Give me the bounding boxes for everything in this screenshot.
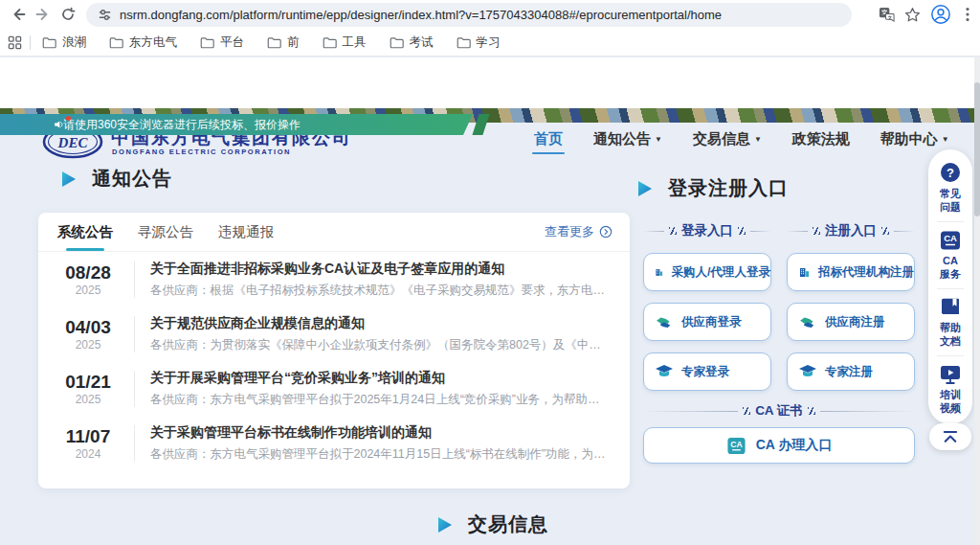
bookmark-folder-study[interactable]: 学习 — [457, 34, 501, 51]
address-bar[interactable]: nsrm.dongfang.com/platform/runtime/epp/d… — [86, 3, 852, 27]
nav-label: 交易信息 — [693, 130, 750, 148]
view-more-link[interactable]: 查看更多 — [545, 223, 612, 240]
row-divider — [134, 261, 135, 298]
active-nav-underline — [532, 152, 565, 154]
nav-item-trade-info[interactable]: 交易信息 ▼ — [693, 130, 762, 154]
supplier-login-button[interactable]: 供应商登录 — [643, 303, 771, 341]
bookmark-folder-platform[interactable]: 平台 — [200, 34, 244, 51]
announcement-row[interactable]: 11/07 2024 关于采购管理平台标书在线制作功能培训的通知 各供应商：东方… — [38, 416, 630, 470]
bookmark-folder-exam[interactable]: 考试 — [390, 34, 434, 51]
folder-icon — [200, 36, 214, 49]
announcement-title[interactable]: 关于规范供应商企业规模信息的通知 — [150, 315, 611, 332]
announcement-summary: 各供应商：东方电气采购管理平台拟于2025年1月24日上线“竞价采购”业务，为帮… — [150, 392, 611, 408]
ca-group-header: CA 证书 — [643, 402, 915, 420]
button-label: 供应商注册 — [825, 314, 885, 330]
back-to-top-button[interactable] — [929, 423, 971, 450]
bookmarks-separator — [30, 35, 31, 50]
browser-reload-button[interactable] — [56, 2, 80, 27]
announcement-title[interactable]: 关于全面推进非招标采购业务CA认证及电子签章应用的通知 — [150, 261, 611, 278]
view-more-label: 查看更多 — [545, 223, 594, 240]
bookmark-folder-front[interactable]: 前 — [267, 34, 300, 51]
announcement-title[interactable]: 关于开展采购管理平台“竞价采购业务”培训的通知 — [150, 370, 611, 387]
active-tab-underline — [66, 248, 104, 251]
nav-item-announcements[interactable]: 通知公告 ▼ — [593, 130, 662, 154]
agency-register-button[interactable]: 招标代理机构注册 — [787, 253, 915, 291]
divider-line — [787, 231, 808, 232]
expert-register-button[interactable]: 专家注册 — [787, 352, 915, 391]
bookmark-label: 浪潮 — [62, 34, 86, 51]
login-group-label: 登录入口 — [681, 222, 733, 239]
apps-grid-icon[interactable] — [8, 35, 22, 50]
page-scrollbar-thumb[interactable] — [974, 82, 980, 216]
slash-ornament — [669, 227, 677, 235]
trade-info-section-title: 交易信息 — [435, 511, 548, 537]
expert-login-button[interactable]: 专家登录 — [643, 352, 771, 391]
nav-item-home[interactable]: 首页 — [534, 130, 563, 154]
announcement-row[interactable]: 08/28 2025 关于全面推进非招标采购业务CA认证及电子签章应用的通知 各… — [38, 252, 630, 307]
building-icon — [655, 263, 664, 282]
question-icon: ? — [939, 161, 962, 184]
main-navigation: 首页 通知公告 ▼ 交易信息 ▼ 政策法规 帮助中心 ▼ — [534, 130, 949, 154]
folder-icon — [42, 36, 56, 49]
ca-apply-button[interactable]: CA CA 办理入口 — [643, 427, 915, 464]
help-docs-shortcut[interactable]: 帮助文档 — [938, 297, 963, 348]
divider-line — [894, 231, 915, 232]
bookmark-folder-dongfang[interactable]: 东方电气 — [109, 34, 177, 51]
building-icon — [798, 263, 811, 282]
ca-service-shortcut[interactable]: CA CA 服务 — [938, 230, 963, 281]
chevron-down-icon: ▼ — [655, 136, 662, 144]
slash-ornament — [738, 227, 746, 235]
browser-forward-button[interactable] — [31, 2, 56, 27]
section-arrow-icon — [59, 170, 78, 189]
translate-icon[interactable] — [879, 7, 895, 23]
bookmark-label: 前 — [287, 34, 300, 51]
announcement-title[interactable]: 关于采购管理平台标书在线制作功能培训的通知 — [150, 424, 611, 442]
nav-item-help-center[interactable]: 帮助中心 ▼ — [880, 130, 949, 154]
bookmark-folder-tools[interactable]: 工具 — [323, 34, 367, 51]
year-text: 2025 — [57, 338, 119, 352]
announcement-date: 08/28 2025 — [57, 262, 119, 297]
slash-ornament — [743, 407, 750, 415]
site-header: DEC 中国东方电气集团有限公司 DONGFANG ELECTRIC CORPO… — [0, 57, 980, 108]
divider-line — [820, 411, 915, 412]
supplier-register-button[interactable]: 供应商注册 — [787, 303, 915, 341]
tab-violation-reports[interactable]: 违规通报 — [218, 213, 274, 251]
profile-avatar-icon[interactable] — [930, 4, 951, 25]
notice-marquee-bar[interactable]: 请使用360安全浏览器进行后续投标、报价操作 — [0, 114, 473, 135]
url-text[interactable]: nsrm.dongfang.com/platform/runtime/epp/d… — [120, 8, 722, 22]
announcement-row[interactable]: 04/03 2025 关于规范供应商企业规模信息的通知 各供应商：为贯彻落实《保… — [38, 307, 630, 361]
tab-sourcing-announcements[interactable]: 寻源公告 — [138, 213, 193, 251]
bookmark-label: 学习 — [477, 34, 501, 51]
browser-back-button[interactable] — [6, 2, 31, 27]
year-text: 2024 — [57, 447, 119, 461]
button-label: 招标代理机构注册 — [818, 264, 914, 281]
shortcut-label: 帮助文档 — [938, 321, 963, 348]
section-title-text: 交易信息 — [468, 511, 548, 537]
training-videos-shortcut[interactable]: 培训视频 — [938, 364, 963, 415]
section-arrow-icon — [435, 515, 455, 534]
tab-system-announcements[interactable]: 系统公告 — [57, 213, 113, 251]
row-divider — [134, 316, 135, 352]
bookmark-star-icon[interactable] — [904, 7, 921, 23]
ca-badge-icon: CA — [726, 436, 746, 456]
notice-text: 请使用360安全浏览器进行后续投标、报价操作 — [63, 117, 301, 133]
nav-item-policies[interactable]: 政策法规 — [792, 130, 850, 154]
slash-ornament — [808, 407, 815, 415]
ca-service-icon: CA — [939, 230, 962, 251]
handshake-icon — [798, 312, 817, 331]
login-group-header: 登录入口 — [643, 222, 771, 239]
speaker-icon — [53, 118, 66, 131]
site-controls-icon[interactable] — [98, 8, 112, 22]
tab-label: 系统公告 — [57, 223, 113, 241]
bookmark-label: 平台 — [220, 34, 244, 51]
kebab-menu-icon[interactable] — [961, 7, 974, 22]
bookmark-folder-langchao[interactable]: 浪潮 — [42, 34, 86, 51]
help-doc-icon — [939, 297, 962, 318]
announcement-row[interactable]: 01/21 2025 关于开展采购管理平台“竞价采购业务”培训的通知 各供应商：… — [38, 361, 630, 416]
buyer-agent-login-button[interactable]: 采购人/代理人登录 — [643, 253, 771, 291]
date-text: 04/03 — [57, 317, 119, 337]
announcement-date: 01/21 2025 — [57, 372, 119, 406]
bookmarks-bar: 浪潮 东方电气 平台 前 工具 考试 学习 — [0, 29, 980, 57]
floating-side-toolbar: ? 常见问题 CA CA 服务 帮助文档 培训视频 — [928, 149, 972, 424]
faq-shortcut[interactable]: ? 常见问题 — [938, 161, 963, 214]
